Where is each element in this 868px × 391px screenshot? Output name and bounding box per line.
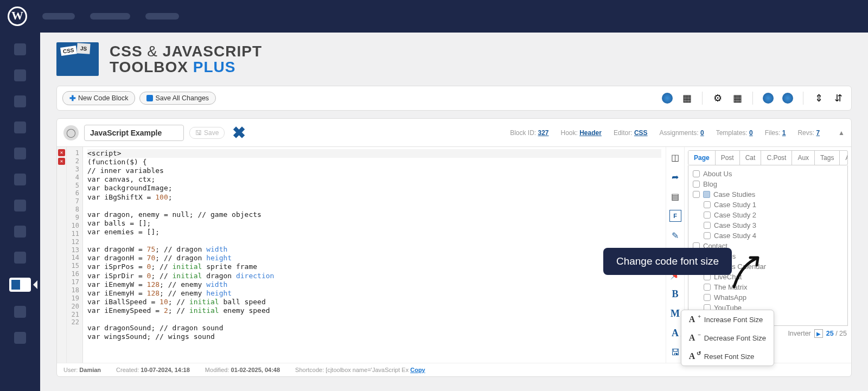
tab-cat[interactable]: Cat <box>740 151 762 165</box>
gear-tool-icon[interactable]: ⚙︎ <box>710 91 725 106</box>
sidebar-item[interactable] <box>14 226 26 238</box>
meta-revs: Revs: 7 <box>797 129 820 137</box>
plugin-title-line1: CSS & JAVASCRIPT <box>110 43 262 59</box>
edit-pencil-icon[interactable]: ✎ <box>669 229 681 241</box>
page-assignment-list[interactable]: About UsBlogCase StudiesCase Study 1Case… <box>688 165 848 326</box>
new-code-block-button[interactable]: ✚ New Code Block <box>62 91 135 105</box>
checkbox[interactable] <box>693 181 700 188</box>
wordpress-logo-icon[interactable] <box>8 7 27 26</box>
checkbox[interactable] <box>704 222 711 229</box>
font-size-menu: A+Increase Font Size A−Decrease Font Siz… <box>681 310 774 366</box>
topbar-item[interactable] <box>145 13 179 20</box>
sidebar-item[interactable] <box>14 148 26 159</box>
close-block-icon[interactable]: ✖ <box>232 123 246 142</box>
gear-blue-tool-icon[interactable] <box>761 91 776 106</box>
font-size-tooltip: Change code font size <box>603 248 732 275</box>
tab-adv[interactable]: Adv <box>840 151 848 165</box>
page-list-item[interactable]: Case Studies <box>693 189 843 200</box>
sidebar-item[interactable] <box>14 121 26 133</box>
checkbox[interactable] <box>704 211 711 219</box>
assignment-tabs: PagePostCatC.PostAuxTagsAdv <box>688 150 848 165</box>
meta-files: Files: 1 <box>765 129 786 137</box>
topbar-item[interactable] <box>42 13 75 20</box>
checkbox[interactable] <box>693 191 700 198</box>
dock-icon[interactable]: ◫ <box>669 151 681 163</box>
meta-editor: Editor: CSS <box>614 129 648 137</box>
sidebar-item[interactable] <box>14 332 26 344</box>
plugin-header: CSS & JAVASCRIPT TOOLBOX PLUS <box>56 42 852 76</box>
decrease-font-size-item[interactable]: A−Decrease Font Size <box>681 329 774 347</box>
page-list-item[interactable]: Blog <box>693 179 843 189</box>
save-disk-icon[interactable]: 🖫 <box>669 347 681 358</box>
block-title-input[interactable] <box>84 125 184 141</box>
collapse-tool-icon[interactable]: ⇵ <box>831 91 846 106</box>
wp-admin-sidebar <box>0 33 40 387</box>
bold-b-icon[interactable]: B <box>669 288 681 300</box>
page-list-item[interactable]: Case Study 1 <box>693 200 843 210</box>
increase-font-size-item[interactable]: A+Increase Font Size <box>681 310 774 329</box>
expand-tool-icon[interactable]: ⇕ <box>811 91 826 106</box>
page-list-item[interactable]: Case Study 2 <box>693 210 843 220</box>
tab-post[interactable]: Post <box>716 151 740 165</box>
panel-tool-icon[interactable]: ▦ <box>679 91 694 106</box>
topbar-item[interactable] <box>90 13 130 20</box>
plugin-title-line2: TOOLBOX PLUS <box>110 59 262 75</box>
page-list-item[interactable]: Case Study 4 <box>693 230 843 241</box>
code-editor[interactable]: ✕✕ 12345678910111213141516171819202122 <… <box>57 147 666 363</box>
tab-c-post[interactable]: C.Post <box>761 151 792 165</box>
maximize-m-icon[interactable]: M <box>669 307 681 319</box>
save-all-changes-button[interactable]: Save All Changes <box>139 92 216 105</box>
meta-hook: Hook: Header <box>561 129 602 137</box>
insert-icon[interactable]: ➦ <box>669 171 681 183</box>
checkbox[interactable] <box>693 170 700 177</box>
page-list-item[interactable]: The Matrix <box>693 282 843 292</box>
inverter-label: Inverter <box>788 330 810 337</box>
meta-templates: Templates: 0 <box>716 129 753 137</box>
save-icon: 🖫 <box>195 129 202 137</box>
sidebar-item-cjt-active[interactable] <box>9 278 31 292</box>
globe-tool-icon[interactable] <box>660 91 675 106</box>
page-list-item[interactable]: About Us <box>693 169 843 179</box>
meta-block-id: Block ID: 327 <box>510 129 548 137</box>
plus-icon: ✚ <box>69 94 76 102</box>
cjt-logo-icon <box>56 42 99 76</box>
copy-shortcode-link[interactable]: Copy <box>410 367 425 373</box>
block-status-icon[interactable]: ◯ <box>63 125 79 140</box>
page-list-item[interactable]: Case Study 3 <box>693 220 843 230</box>
sidebar-item[interactable] <box>14 69 26 81</box>
meta-assignments: Assignments: 0 <box>660 129 704 137</box>
save-icon <box>146 95 153 101</box>
tristate-icon <box>703 191 710 198</box>
collapse-block-icon[interactable]: ▲ <box>838 129 845 137</box>
gear-blue-tool-icon[interactable] <box>780 91 795 106</box>
panel-tool-icon[interactable]: ▦ <box>730 91 745 106</box>
save-block-button[interactable]: 🖫Save <box>189 127 225 139</box>
reset-font-size-item[interactable]: A↺Reset Font Size <box>681 347 774 366</box>
sidebar-item[interactable] <box>14 252 26 264</box>
code-block-panel: ◯ 🖫Save ✖ Block ID: 327 Hook: Header Edi… <box>56 118 852 377</box>
checkbox[interactable] <box>704 201 711 208</box>
tab-page[interactable]: Page <box>688 151 716 165</box>
sidebar-item[interactable] <box>14 43 26 55</box>
main-toolbar: ✚ New Code Block Save All Changes ▦ ⚙︎ ▦… <box>56 86 852 111</box>
clipboard-icon[interactable]: ▤ <box>669 190 681 202</box>
file-f-icon[interactable]: F <box>669 210 681 222</box>
wp-admin-topbar <box>0 0 868 33</box>
inverter-next-icon[interactable]: ▶ <box>814 329 823 338</box>
sidebar-item[interactable] <box>14 306 26 318</box>
sidebar-item[interactable] <box>14 174 26 185</box>
sidebar-item[interactable] <box>14 200 26 211</box>
checkbox[interactable] <box>704 294 711 301</box>
checkbox[interactable] <box>704 232 711 239</box>
tab-tags[interactable]: Tags <box>815 151 840 165</box>
font-size-a-icon[interactable]: A <box>669 327 681 339</box>
page-list-item[interactable]: WhatsApp <box>693 292 843 303</box>
tab-aux[interactable]: Aux <box>792 151 815 165</box>
checkbox[interactable] <box>704 284 711 291</box>
sidebar-item[interactable] <box>14 95 26 107</box>
block-header: ◯ 🖫Save ✖ Block ID: 327 Hook: Header Edi… <box>57 119 851 147</box>
